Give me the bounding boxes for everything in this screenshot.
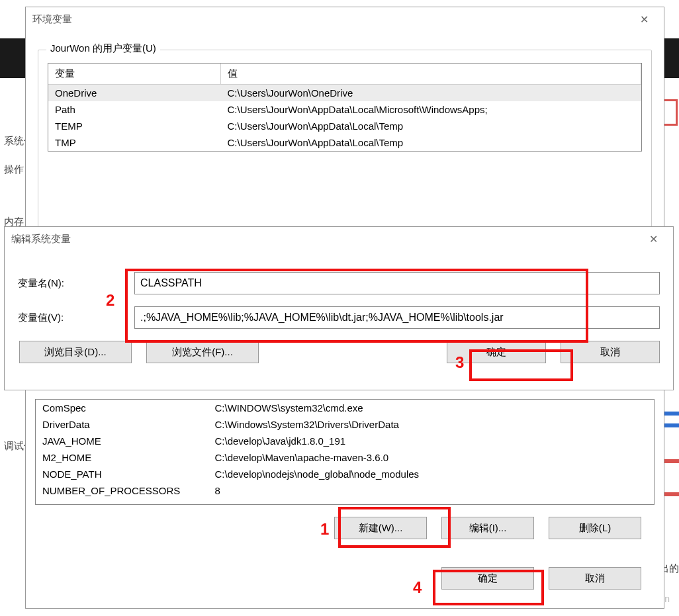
- user-group-legend: JourWon 的用户变量(U): [46, 42, 160, 55]
- table-row[interactable]: M2_HOMEC:\develop\Maven\apache-maven-3.6…: [36, 449, 654, 466]
- cell-val: C:\Users\JourWon\OneDrive: [220, 85, 641, 102]
- system-vars-buttons: 新建(W)... 编辑(I)... 删除(L): [26, 517, 641, 539]
- callout-number-2: 2: [106, 291, 114, 310]
- user-variables-group: JourWon 的用户变量(U) 变量 值 OneDriveC:\Users\J…: [38, 50, 652, 256]
- cell-val: C:\Users\JourWon\AppData\Local\Temp: [220, 118, 641, 134]
- callout-number-3: 3: [455, 353, 464, 372]
- delete-button[interactable]: 删除(L): [549, 517, 641, 539]
- table-row[interactable]: ComSpecC:\WINDOWS\system32\cmd.exe: [36, 400, 654, 416]
- table-row[interactable]: TEMPC:\Users\JourWon\AppData\Local\Temp: [48, 118, 641, 134]
- user-vars-table: 变量 值 OneDriveC:\Users\JourWon\OneDrivePa…: [48, 64, 641, 151]
- system-vars-table-wrap[interactable]: ComSpecC:\WINDOWS\system32\cmd.exeDriver…: [35, 399, 655, 505]
- cell-val: C:\develop\Java\jdk1.8.0_191: [208, 433, 654, 449]
- table-row[interactable]: OneDriveC:\Users\JourWon\OneDrive: [48, 85, 641, 102]
- callout-box-3: [469, 349, 573, 381]
- user-vars-table-wrap[interactable]: 变量 值 OneDriveC:\Users\JourWon\OneDrivePa…: [48, 63, 642, 152]
- table-row[interactable]: NUMBER_OF_PROCESSORS8: [36, 482, 654, 499]
- callout-number-1: 1: [320, 520, 329, 539]
- cell-var: JAVA_HOME: [36, 433, 208, 449]
- callout-box-2: [125, 269, 588, 343]
- table-row[interactable]: NODE_PATHC:\develop\nodejs\node_global\n…: [36, 466, 654, 482]
- cell-var: TEMP: [48, 118, 220, 134]
- close-icon[interactable]: ✕: [640, 233, 666, 245]
- cell-var: ComSpec: [36, 400, 208, 416]
- table-row[interactable]: TMPC:\Users\JourWon\AppData\Local\Temp: [48, 134, 641, 151]
- cell-val: C:\Users\JourWon\AppData\Local\Temp: [220, 134, 641, 151]
- cell-var: DriverData: [36, 416, 208, 433]
- env-dialog-buttons: 确定 取消: [26, 567, 641, 590]
- bg-label: 操作: [4, 163, 26, 176]
- callout-number-4: 4: [413, 578, 422, 597]
- cancel-button[interactable]: 取消: [561, 341, 660, 363]
- cell-val: C:\Windows\System32\Drivers\DriverData: [208, 416, 654, 433]
- variable-value-label: 变量值(V):: [18, 312, 134, 324]
- env-title: 环境变量: [32, 13, 72, 26]
- browse-file-button[interactable]: 浏览文件(F)...: [146, 341, 259, 363]
- cell-var: OneDrive: [48, 85, 220, 102]
- bg-label: 系统信息: [4, 135, 26, 148]
- cell-val: 8: [208, 482, 654, 499]
- cell-var: NUMBER_OF_PROCESSORS: [36, 482, 208, 499]
- cell-val: C:\WINDOWS\system32\cmd.exe: [208, 400, 654, 416]
- cell-var: M2_HOME: [36, 449, 208, 466]
- browse-dir-button[interactable]: 浏览目录(D)...: [19, 341, 132, 363]
- cell-var: NODE_PATH: [36, 466, 208, 482]
- bg-label: 调试信息: [4, 440, 26, 453]
- variable-name-label: 变量名(N):: [18, 277, 134, 290]
- col-variable[interactable]: 变量: [48, 64, 220, 85]
- callout-box-4: [433, 570, 544, 605]
- cell-val: C:\Users\JourWon\AppData\Local\Microsoft…: [220, 101, 641, 118]
- table-row[interactable]: DriverDataC:\Windows\System32\Drivers\Dr…: [36, 416, 654, 433]
- callout-box-1: [338, 507, 451, 548]
- edit-titlebar[interactable]: 编辑系统变量 ✕: [5, 227, 673, 251]
- table-row[interactable]: PathC:\Users\JourWon\AppData\Local\Micro…: [48, 101, 641, 118]
- cell-val: C:\develop\nodejs\node_global\node_modul…: [208, 466, 654, 482]
- cell-var: TMP: [48, 134, 220, 151]
- edit-title: 编辑系统变量: [11, 233, 71, 245]
- col-value[interactable]: 值: [220, 64, 641, 85]
- cell-var: Path: [48, 101, 220, 118]
- close-icon[interactable]: ✕: [631, 13, 657, 26]
- cell-val: C:\develop\Maven\apache-maven-3.6.0: [208, 449, 654, 466]
- cancel-button[interactable]: 取消: [549, 567, 641, 590]
- env-titlebar[interactable]: 环境变量 ✕: [26, 7, 664, 31]
- system-vars-table: ComSpecC:\WINDOWS\system32\cmd.exeDriver…: [36, 400, 654, 499]
- table-row[interactable]: JAVA_HOMEC:\develop\Java\jdk1.8.0_191: [36, 433, 654, 449]
- edit-button[interactable]: 编辑(I)...: [441, 517, 534, 539]
